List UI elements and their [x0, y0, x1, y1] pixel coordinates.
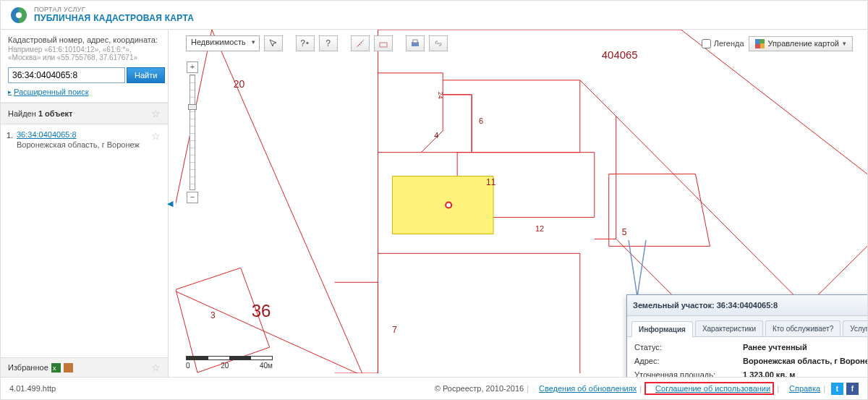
popup-row: Адрес:Воронежская область, г Воронеж [634, 357, 867, 365]
measure-area-button[interactable] [374, 35, 393, 51]
popup-row: Уточненная площадь:1 323.00 кв. м [634, 370, 867, 377]
parcel-label-7: 7 [392, 325, 397, 335]
export-csv-icon[interactable] [64, 363, 73, 373]
scale-2: 40м [260, 362, 273, 370]
svg-text:x: x [53, 365, 56, 372]
parcel-label-24: 24 [437, 92, 444, 99]
pointer-tool-button[interactable] [264, 35, 283, 51]
results-header: Найден 1 объект ☆ [1, 103, 168, 124]
zoom-in-button[interactable]: + [187, 61, 198, 73]
row-key: Адрес: [634, 357, 743, 365]
result-number: 1. [7, 131, 13, 140]
svg-rect-3 [64, 363, 73, 373]
updates-link[interactable]: Сведения об обновлениях [539, 384, 637, 393]
parcel-label-4: 4 [434, 131, 438, 140]
svg-rect-6 [413, 40, 417, 43]
block-label-36: 36 [252, 301, 271, 320]
found-prefix: Найден [8, 109, 38, 118]
row-value: Ранее учтенный [743, 343, 867, 352]
parcel-label-12: 12 [535, 224, 544, 233]
popup-row: Статус:Ранее учтенный [634, 343, 867, 352]
row-key: Уточненная площадь: [634, 370, 743, 377]
popup-tabs: Информация Характеристики Кто обслуживае… [627, 316, 867, 337]
facebook-icon[interactable]: f [846, 383, 859, 395]
svg-point-0 [16, 12, 22, 18]
favorites-star-icon[interactable]: ☆ [151, 362, 161, 373]
svg-rect-4 [380, 43, 387, 47]
legend-checkbox[interactable]: Легенда [702, 39, 744, 48]
search-label: Кадастровый номер, адрес, координата: [8, 35, 161, 44]
parcel-info-popup: Земельный участок: 36:34:0404065:8 × Инф… [626, 294, 867, 377]
map-control-dropdown[interactable]: Управление картой [749, 36, 853, 51]
scale-1: 20 [221, 362, 229, 370]
help-button[interactable]: ? [319, 35, 338, 51]
search-hint: Например «61:6:10104:12», «61:6:*», «Мос… [8, 46, 161, 61]
terms-link[interactable]: Соглашение об использовании [655, 384, 770, 393]
footer: 4.01.499.http © Росреестр, 2010-2016 | С… [1, 377, 867, 399]
found-count: 1 объект [38, 109, 73, 118]
export-excel-icon[interactable]: x [51, 363, 61, 373]
row-key: Статус: [634, 343, 743, 352]
popup-body[interactable]: Статус:Ранее учтенный Адрес:Воронежская … [627, 337, 867, 377]
row-value: Воронежская область, г Воронеж [743, 357, 867, 365]
result-list: 1. 36:34:0404065:8 ☆ Воронежская область… [1, 124, 168, 357]
tab-characteristics[interactable]: Характеристики [695, 320, 763, 336]
tab-services[interactable]: Услуги [843, 320, 867, 336]
tab-who-serves[interactable]: Кто обслуживает? [765, 320, 841, 336]
parcel-label-6: 6 [479, 116, 483, 125]
link-button[interactable] [429, 35, 448, 51]
zoom-slider: + − [186, 61, 199, 203]
result-address: Воронежская область, г Воронеж [17, 140, 161, 149]
help-events-button[interactable]: ?✦ [296, 35, 315, 51]
print-button[interactable] [406, 35, 425, 51]
parcel-label-3: 3 [210, 310, 216, 320]
legend-label: Легенда [714, 39, 744, 48]
favorites-label: Избранное [8, 363, 48, 372]
search-input[interactable] [8, 67, 125, 83]
favorite-all-icon[interactable]: ☆ [151, 108, 161, 119]
help-link[interactable]: Справка [789, 384, 820, 393]
map-toolbar: Недвижимость ?✦ ? Легенда Управление кар… [186, 35, 857, 51]
zoom-track[interactable] [190, 75, 195, 190]
app-header: ПОРТАЛ УСЛУГ ПУБЛИЧНАЯ КАДАСТРОВАЯ КАРТА [1, 1, 867, 30]
result-link[interactable]: 36:34:0404065:8 [17, 130, 77, 139]
version-label: 4.01.499.http [9, 384, 56, 393]
rosreestr-logo-icon [9, 6, 28, 25]
parcel-label-11: 11 [486, 177, 496, 187]
favorite-result-icon[interactable]: ☆ [151, 130, 161, 142]
copyright: © Росреестр, 2010-2016 [435, 384, 524, 393]
scale-bar: 0 20 40м [186, 356, 273, 370]
find-button[interactable]: Найти [127, 67, 165, 83]
favorites-bar[interactable]: Избранное x ☆ [1, 357, 168, 377]
measure-line-button[interactable] [351, 35, 370, 51]
row-value: 1 323.00 кв. м [743, 370, 867, 377]
zoom-thumb[interactable] [188, 104, 197, 110]
sidebar: Кадастровый номер, адрес, координата: На… [1, 30, 169, 377]
tab-info[interactable]: Информация [631, 321, 693, 337]
svg-point-7 [446, 202, 451, 208]
twitter-icon[interactable]: t [831, 383, 843, 395]
advanced-search-link[interactable]: Расширенный поиск [8, 88, 89, 96]
zoom-out-button[interactable]: − [187, 192, 198, 203]
sidebar-collapse-handle[interactable] [169, 30, 176, 377]
map-canvas[interactable]: Недвижимость ?✦ ? Легенда Управление кар… [176, 30, 867, 377]
layer-select[interactable]: Недвижимость [186, 35, 260, 51]
scale-0: 0 [186, 362, 190, 370]
parcel-label-20: 20 [234, 78, 245, 90]
parcel-label-5: 5 [622, 227, 627, 237]
popup-title: Земельный участок: 36:34:0404065:8 [633, 301, 778, 310]
header-title: ПУБЛИЧНАЯ КАДАСТРОВАЯ КАРТА [34, 14, 194, 24]
